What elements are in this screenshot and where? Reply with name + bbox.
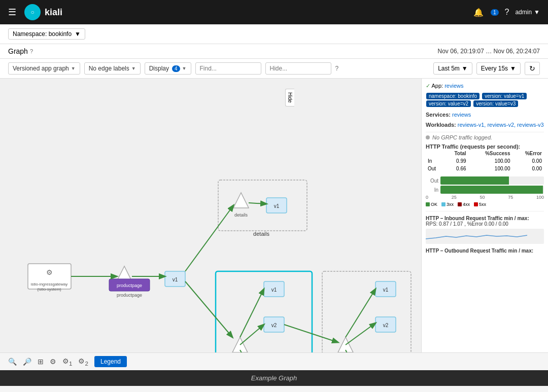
http-traffic-section: HTTP Traffic (requests per second): Tota… [426,144,544,172]
find-input[interactable] [195,62,261,75]
svg-text:productpage: productpage [117,293,142,298]
graph-title-bar: Graph ? Nov 06, 20:19:07 … Nov 06, 20:24… [0,44,548,59]
navbar: ☰ ○ kiali 🔔 1 ? admin ▼ [0,0,548,24]
display-selector[interactable]: Display 4 ▼ [145,62,191,75]
traffic-table: Total %Success %Error In 0.99 100.00 0.0… [426,150,544,172]
filter-help-icon[interactable]: ? [335,65,339,72]
edge-labels-selector[interactable]: No edge labels ▼ [84,62,141,75]
legend-4xx: 4xx [458,202,470,207]
footer-text: Example Graph [251,374,297,382]
graph-svg[interactable]: reviews ratings details ⚙ istio-ingressg… [0,79,421,352]
svg-text:⚙: ⚙ [46,268,53,276]
refresh-interval-selector[interactable]: Every 15s ▼ [476,62,521,75]
services-value[interactable]: reviews [452,112,471,118]
fit-graph-button[interactable]: ⊞ [38,358,44,366]
hide-tab-button[interactable]: Hide [285,89,294,106]
traffic-row-out: Out 0.66 100.00 0.00 [426,165,544,172]
edge-labels-label: No edge labels [89,65,129,72]
svg-text:productpage: productpage [117,283,142,288]
success-in: 100.00 [468,157,512,165]
chart-legend: OK 3xx 4xx 5xx [426,202,544,207]
svg-text:v1: v1 [274,203,280,209]
chart-out-bar [440,176,509,185]
toolbar-right: Nov 06, 20:19:07 … Nov 06, 20:24:07 [438,48,540,55]
svg-text:v2: v2 [271,323,277,328]
panel-services: Services: reviews [426,112,544,118]
side-panel: ✓ App: reviews namespace: bookinfo versi… [421,79,548,352]
svg-text:(istio-system): (istio-system) [37,287,61,292]
graph-help-icon[interactable]: ? [30,48,33,54]
legend-5xx: 5xx [474,202,486,207]
legend-ok: OK [426,202,437,207]
tag-version-v2[interactable]: version: value=v2 [426,100,471,107]
help-icon[interactable]: ? [505,8,509,17]
chart-in-row: In [426,186,544,194]
rps-outbound-section: HTTP – Outbound Request Traffic min / ma… [426,248,544,254]
workloads-label: Workloads: [426,122,456,128]
bell-icon[interactable]: 🔔 [473,8,484,17]
graph-type-selector[interactable]: Versioned app graph ▼ [8,62,80,75]
refresh-interval-label: Every 15s [481,65,508,72]
chart-out-row: Out [426,176,544,185]
navbar-right: 🔔 1 ? admin ▼ [473,8,540,17]
edge-labels-caret-icon: ▼ [131,66,136,71]
col-dir [426,150,444,157]
error-in: 0.00 [512,157,544,165]
svg-text:details: details [234,212,248,218]
svg-text:details: details [253,231,269,237]
panel-app-header: ✓ App: reviews [426,83,544,89]
user-menu[interactable]: admin ▼ [515,9,540,16]
axis-75: 75 [508,195,513,200]
graph-title-text: Graph [8,47,28,55]
zoom-out-button[interactable]: 🔎 [23,358,31,366]
hide-input[interactable] [265,62,331,75]
tag-version-v1[interactable]: version: value=v1 [482,93,527,99]
legend-5xx-label: 5xx [479,202,486,207]
grpc-note-text: No GRPC traffic logged. [432,134,492,140]
legend-4xx-dot [458,202,462,206]
svg-text:v1: v1 [271,287,277,293]
tag-namespace[interactable]: namespace: bookinfo [426,93,480,99]
time-range-selector[interactable]: Last 5m ▼ [433,62,472,75]
layout-1-button[interactable]: ⚙1 [62,357,72,367]
rps-inbound-section: HTTP – Inbound Request Traffic min / max… [426,216,544,244]
graph-type-caret-icon: ▼ [71,66,76,71]
rps-inbound-label: HTTP – Inbound Request Traffic min / max… [426,216,544,221]
legend-3xx-label: 3xx [447,202,454,207]
filter-bar: Versioned app graph ▼ No edge labels ▼ D… [0,59,548,79]
axis-25: 25 [452,195,457,200]
col-success: %Success [468,150,512,157]
namespace-selector[interactable]: Namespace: bookinfo ▼ [8,28,85,40]
svg-text:v1: v1 [383,287,389,293]
notification-badge: 1 [491,9,499,16]
refresh-button[interactable]: ↻ [525,62,540,75]
time-range-label: Last 5m [438,65,460,72]
tag-version-v3[interactable]: version: value=v3 [473,100,518,107]
layout-2-button[interactable]: ⚙2 [78,357,88,367]
legend-ok-dot [426,202,430,206]
traffic-row-in: In 0.99 100.00 0.00 [426,157,544,165]
svg-text:○: ○ [30,9,34,16]
user-caret-icon: ▼ [534,9,540,16]
app-name-link[interactable]: reviews [444,83,463,89]
chart-out-label: Out [426,178,438,184]
workloads-value[interactable]: reviews-v1, reviews-v2, reviews-v3 [458,122,544,128]
svg-text:v2: v2 [383,323,389,328]
timestamp-display: Nov 06, 20:19:07 … Nov 06, 20:24:07 [438,48,540,55]
toolbar-left: Graph ? [8,47,33,55]
page-title: Graph ? [8,47,33,55]
chart-axis: 0 25 50 75 100 [426,195,544,200]
legend-button[interactable]: Legend [94,356,127,367]
hide-panel-tab[interactable]: Hide [285,89,294,106]
rps-outbound-label: HTTP – Outbound Request Traffic min / ma… [426,248,544,254]
hamburger-icon[interactable]: ☰ [8,7,16,18]
layout-default-button[interactable]: ⚙ [50,358,56,366]
graph-area[interactable]: Hide reviews ratings details ⚙ istio-ing… [0,79,421,352]
navbar-left: ☰ ○ kiali [8,4,62,20]
legend-5xx-dot [474,202,478,206]
zoom-in-button[interactable]: 🔍 [8,358,17,366]
axis-0: 0 [426,195,428,200]
dir-in: In [426,157,444,165]
display-caret-icon: ▼ [182,66,187,71]
rps-inbound-chart [426,229,544,244]
